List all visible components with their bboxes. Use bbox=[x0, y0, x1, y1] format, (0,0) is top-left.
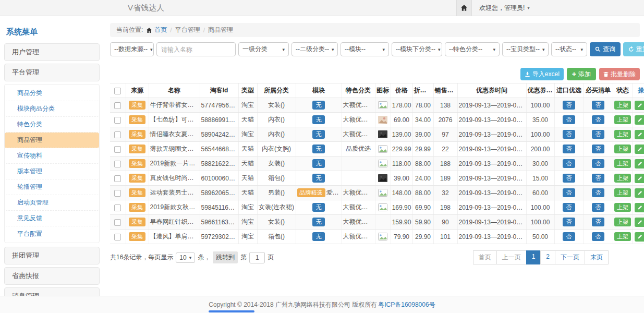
status-badge: 上架 bbox=[614, 145, 631, 154]
page-button[interactable]: 上一页 bbox=[496, 250, 527, 264]
coupon-amount: 15.00 bbox=[526, 171, 554, 186]
page-size-select[interactable]: 10 ▾ bbox=[176, 252, 195, 263]
edit-button[interactable] bbox=[635, 101, 644, 110]
jump-button[interactable]: 跳转到 bbox=[213, 251, 238, 263]
page-button[interactable]: 2 bbox=[540, 250, 555, 264]
edit-icon bbox=[637, 161, 642, 166]
column-header: 折后价 bbox=[412, 83, 433, 98]
chevron-down-icon: ▾ bbox=[493, 47, 495, 52]
search-button[interactable]: 查询 bbox=[590, 42, 621, 56]
user-menu[interactable]: 欢迎您，管理员! ▾ bbox=[472, 4, 644, 13]
sidebar-item[interactable]: 商品分类 bbox=[5, 86, 99, 101]
icp-link[interactable]: 粤ICP备16098006号 bbox=[378, 300, 435, 309]
module-badge: 无 bbox=[312, 232, 325, 242]
page-button[interactable]: 末页 bbox=[585, 250, 609, 264]
sidebar-item[interactable]: 特色分类 bbox=[5, 117, 99, 133]
icon-cell bbox=[375, 113, 391, 127]
horizontal-scrollbar-thumb[interactable] bbox=[209, 310, 254, 312]
filter-select[interactable]: --宝贝类型--▾ bbox=[502, 42, 549, 56]
row-checkbox[interactable] bbox=[114, 234, 121, 240]
coupon-time: 2019-09-13—2019-09-19 bbox=[457, 156, 526, 171]
add-button[interactable]: + 添加 bbox=[567, 68, 596, 80]
row-checkbox[interactable] bbox=[114, 102, 121, 109]
module-cell: 品牌精选爱上运动 bbox=[296, 186, 342, 200]
sidebar-item[interactable]: 启动页管理 bbox=[5, 195, 99, 211]
edit-icon bbox=[637, 176, 642, 181]
sidebar-item[interactable]: 版本管理 bbox=[5, 164, 99, 179]
feature-category: 大额优惠券 bbox=[342, 200, 375, 215]
sales-count: 90 bbox=[433, 215, 457, 230]
sidebar-group[interactable]: 省惠快报 bbox=[4, 267, 100, 285]
coupon-amount: 30.00 bbox=[526, 156, 554, 171]
edit-button[interactable] bbox=[635, 130, 644, 139]
taoke-id: 565446685867 bbox=[200, 142, 238, 156]
column-header: 必买清单 bbox=[584, 83, 613, 98]
edit-button[interactable] bbox=[635, 115, 644, 125]
edit-button[interactable] bbox=[635, 188, 644, 198]
filter-select-value: --宝贝类型-- bbox=[506, 45, 540, 54]
edit-button[interactable] bbox=[635, 174, 644, 183]
filter-select[interactable]: 一级分类▾ bbox=[238, 42, 289, 56]
import-excel-button[interactable]: 导入excel bbox=[520, 68, 564, 80]
page-size-value: 10 bbox=[179, 254, 186, 261]
status-badge: 上架 bbox=[614, 130, 631, 139]
filter-select-value: --数据来源-- bbox=[114, 45, 148, 54]
source-badge: 采集 bbox=[129, 159, 145, 168]
table-row: 采集真皮钱包时尚优雅女士...601000601341天猫箱包()无39.002… bbox=[110, 171, 644, 186]
edit-button[interactable] bbox=[635, 232, 644, 242]
filter-select[interactable]: --状态--▾ bbox=[551, 42, 587, 56]
edit-button[interactable] bbox=[635, 145, 644, 154]
sidebar-group[interactable]: 用户管理 bbox=[4, 43, 100, 61]
sidebar-item-active[interactable]: 商品管理 bbox=[5, 133, 99, 148]
sidebar-item[interactable]: 轮播管理 bbox=[5, 179, 99, 195]
breadcrumb-home-link[interactable]: 首页 bbox=[146, 26, 167, 34]
row-checkbox[interactable] bbox=[114, 131, 121, 138]
coupon-amount: 50.00 bbox=[526, 230, 554, 244]
filter-select[interactable]: --数据来源--▾ bbox=[110, 42, 154, 56]
sidebar-group[interactable]: 拼团管理 bbox=[4, 247, 100, 264]
filter-select[interactable]: --特色分类--▾ bbox=[445, 42, 500, 56]
row-checkbox[interactable] bbox=[114, 146, 121, 153]
coupon-amount: 100.00 bbox=[526, 127, 554, 142]
sidebar-menu: 用户管理平台管理商品分类模块商品分类特色分类商品管理宣传物料版本管理轮播管理启动… bbox=[4, 43, 100, 313]
page-button[interactable]: 下一页 bbox=[555, 250, 585, 264]
sidebar-item[interactable]: 意见反馈 bbox=[5, 211, 99, 226]
page-button[interactable]: 1 bbox=[526, 250, 541, 264]
filter-select[interactable]: --二级分类--▾ bbox=[291, 42, 338, 56]
edit-button[interactable] bbox=[635, 203, 644, 212]
module-cell: 无 bbox=[296, 156, 342, 171]
sidebar-item[interactable]: 平台配置 bbox=[5, 226, 99, 242]
row-checkbox[interactable] bbox=[114, 117, 121, 124]
must-buy-badge: 否 bbox=[592, 218, 604, 227]
page-button[interactable]: 首页 bbox=[473, 250, 497, 264]
select-all-checkbox[interactable] bbox=[114, 88, 121, 94]
coupon-amount: 100.00 bbox=[526, 98, 554, 113]
home-icon bbox=[460, 4, 468, 11]
filter-select[interactable]: --模块--▾ bbox=[341, 42, 389, 56]
name-search-input[interactable] bbox=[156, 42, 236, 56]
chevron-down-icon: ▾ bbox=[189, 255, 192, 260]
sidebar-group[interactable]: 平台管理 bbox=[4, 64, 100, 81]
filter-select[interactable]: --模块下分类--▾ bbox=[392, 42, 442, 56]
product-name: 牛仔背带裤女秋装减龄... bbox=[149, 98, 200, 113]
batch-delete-button[interactable]: 批量删除 bbox=[599, 68, 640, 80]
row-checkbox[interactable] bbox=[114, 204, 121, 211]
edit-button[interactable] bbox=[635, 159, 644, 168]
reset-button[interactable]: 重置 bbox=[623, 42, 644, 56]
row-checkbox[interactable] bbox=[114, 161, 121, 167]
breadcrumb-item[interactable]: 平台管理 bbox=[175, 26, 200, 34]
layout: 系统菜单 用户管理平台管理商品分类模块商品分类特色分类商品管理宣传物料版本管理轮… bbox=[0, 16, 644, 313]
jump-page-input[interactable] bbox=[249, 252, 265, 263]
row-checkbox[interactable] bbox=[114, 219, 121, 226]
filter-select-value: 一级分类 bbox=[242, 45, 268, 54]
sidebar-item[interactable]: 宣传物料 bbox=[5, 148, 99, 164]
product-type: 天猫 bbox=[238, 171, 257, 186]
home-button[interactable] bbox=[456, 0, 472, 16]
row-checkbox[interactable] bbox=[114, 175, 121, 182]
edit-button[interactable] bbox=[635, 218, 644, 227]
row-checkbox[interactable] bbox=[114, 190, 121, 197]
product-type: 天猫 bbox=[238, 156, 257, 171]
product-type: 天猫 bbox=[238, 186, 257, 200]
sales-count: 2076 bbox=[433, 113, 457, 127]
sidebar-item[interactable]: 模块商品分类 bbox=[5, 101, 99, 117]
